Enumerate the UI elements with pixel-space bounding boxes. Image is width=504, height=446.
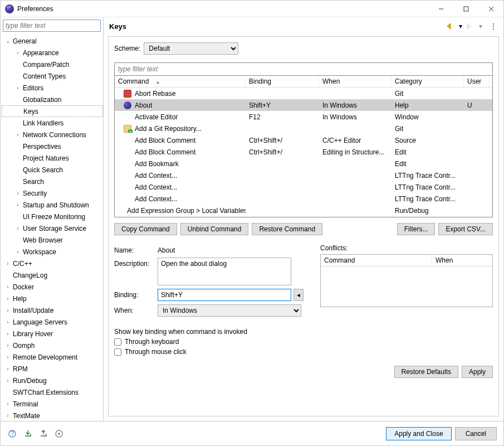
expand-icon[interactable]: › [4, 331, 12, 337]
conflicts-col-command[interactable]: Command [321, 255, 432, 266]
maximize-button[interactable] [453, 1, 478, 17]
keys-row[interactable]: Add Context...LTTng Trace Contr... [115, 193, 492, 205]
tree-item-language-servers[interactable]: ›Language Servers [2, 316, 103, 328]
tree-item-changelog[interactable]: ChangeLog [2, 269, 103, 281]
tree-item-library-hover[interactable]: ›Library Hover [2, 328, 103, 340]
expand-icon[interactable]: › [14, 249, 22, 255]
conflicts-col-when[interactable]: When [432, 255, 492, 266]
keys-row[interactable]: Add Block CommentCtrl+Shift+/C/C++ Edito… [115, 134, 492, 146]
tree-item-textmate[interactable]: ›TextMate [2, 410, 103, 421]
tree-item-general[interactable]: ⌄General [2, 35, 103, 47]
tree-item-content-types[interactable]: Content Types [2, 70, 103, 82]
keys-row[interactable]: Add a Git Repository...Git [115, 123, 492, 134]
keys-row[interactable]: Add BookmarkEdit [115, 158, 492, 169]
sidebar-filter-input[interactable] [3, 20, 101, 32]
apply-and-close-button[interactable]: Apply and Close [386, 427, 451, 440]
cancel-button[interactable]: Cancel [455, 427, 497, 440]
keys-row[interactable]: Add Expression Group > Local VariablesRu… [115, 205, 492, 216]
tree-item-perspectives[interactable]: Perspectives [2, 140, 103, 152]
export-csv-button[interactable]: Export CSV... [438, 223, 493, 235]
keys-filter-input[interactable] [114, 62, 493, 76]
expand-icon[interactable]: › [4, 295, 12, 302]
forward-dropdown[interactable]: ▾ [478, 21, 483, 31]
tree-item-label: Appearance [23, 49, 59, 57]
view-menu-icon[interactable]: ⋮ [489, 21, 498, 31]
keys-row[interactable]: AboutShift+YIn WindowsHelpU [115, 99, 492, 111]
tree-item-remote-development[interactable]: ›Remote Development [2, 351, 103, 363]
binding-revert-button[interactable]: ◂ [293, 289, 304, 301]
back-button[interactable] [446, 22, 456, 31]
tree-item-web-browser[interactable]: Web Browser [2, 234, 103, 246]
tree-item-run-debug[interactable]: ›Run/Debug [2, 375, 103, 386]
description-textarea[interactable]: Open the about dialog [158, 258, 291, 285]
filters-button[interactable]: Filters... [397, 223, 436, 235]
preferences-tree[interactable]: ⌄General›AppearanceCompare/PatchContent … [1, 34, 103, 421]
tree-item-project-natures[interactable]: Project Natures [2, 152, 103, 164]
when-select[interactable]: In Windows [158, 304, 301, 317]
tree-item-appearance[interactable]: ›Appearance [2, 47, 103, 59]
keys-row[interactable]: Activate EditorF12In WindowsWindow [115, 111, 492, 123]
expand-icon[interactable]: › [14, 190, 22, 196]
tree-item-startup-and-shutdown[interactable]: ›Startup and Shutdown [2, 199, 103, 211]
restore-command-button[interactable]: Restore Command [252, 223, 322, 235]
tree-item-quick-search[interactable]: Quick Search [2, 164, 103, 176]
keys-row[interactable]: Add Context...LTTng Trace Contr... [115, 169, 492, 181]
tree-item-network-connections[interactable]: ›Network Connections [2, 129, 103, 140]
expand-icon[interactable]: › [4, 366, 12, 372]
restore-defaults-button[interactable]: Restore Defaults [394, 366, 458, 378]
expand-icon[interactable]: › [4, 284, 12, 290]
tree-item-compare-patch[interactable]: Compare/Patch [2, 59, 103, 70]
tree-item-terminal[interactable]: ›Terminal [2, 398, 103, 410]
apply-button[interactable]: Apply [462, 366, 493, 378]
expand-icon[interactable]: › [14, 85, 22, 91]
export-icon[interactable] [38, 429, 48, 439]
expand-icon[interactable]: › [4, 413, 12, 419]
unbind-command-button[interactable]: Unbind Command [180, 223, 249, 235]
expand-icon[interactable]: › [14, 202, 22, 208]
collapse-icon[interactable]: ⌄ [4, 38, 12, 44]
minimize-button[interactable] [428, 1, 453, 17]
help-icon[interactable]: ? [7, 429, 17, 439]
close-button[interactable] [478, 1, 503, 17]
tree-item-editors[interactable]: ›Editors [2, 82, 103, 94]
tree-item-globalization[interactable]: Globalization [2, 94, 103, 105]
tree-item-rpm[interactable]: ›RPM [2, 363, 103, 375]
import-icon[interactable] [23, 429, 33, 439]
expand-icon[interactable]: › [14, 50, 22, 56]
expand-icon[interactable]: › [4, 354, 12, 360]
tree-item-search[interactable]: Search [2, 176, 103, 187]
expand-icon[interactable]: › [4, 260, 12, 266]
expand-icon[interactable]: › [4, 342, 12, 348]
expand-icon[interactable]: › [4, 319, 12, 325]
tree-item-workspace[interactable]: ›Workspace [2, 246, 103, 258]
through-mouse-checkbox[interactable] [114, 348, 121, 356]
forward-button[interactable] [466, 22, 476, 31]
tree-item-c-c-[interactable]: ›C/C++ [2, 258, 103, 269]
tree-item-install-update[interactable]: ›Install/Update [2, 304, 103, 316]
keys-row[interactable]: Add Block CommentCtrl+Shift+/Editing in … [115, 146, 492, 158]
keys-row[interactable]: Add Expression Group > RegistersRun/Debu… [115, 216, 492, 217]
keys-row[interactable]: Add Context...LTTng Trace Contr... [115, 181, 492, 193]
tree-item-oomph[interactable]: ›Oomph [2, 340, 103, 351]
tree-item-security[interactable]: ›Security [2, 187, 103, 199]
tree-item-keys[interactable]: Keys [2, 105, 103, 117]
expand-icon[interactable]: › [14, 132, 22, 138]
expand-icon[interactable]: › [4, 307, 12, 313]
keys-row[interactable]: Abort RebaseGit [115, 88, 492, 99]
expand-icon[interactable]: › [14, 225, 22, 231]
copy-command-button[interactable]: Copy Command [114, 223, 177, 235]
tree-item-link-handlers[interactable]: Link Handlers [2, 117, 103, 129]
scheme-select[interactable]: Default [144, 42, 238, 55]
tree-item-ui-freeze-monitoring[interactable]: UI Freeze Monitoring [2, 211, 103, 222]
keys-table-header[interactable]: Command▴ Binding When Category User [115, 76, 492, 88]
tree-item-docker[interactable]: ›Docker [2, 281, 103, 293]
expand-icon[interactable]: › [4, 377, 12, 384]
binding-input[interactable] [158, 289, 291, 301]
tree-item-user-storage-service[interactable]: ›User Storage Service [2, 222, 103, 234]
tree-item-help[interactable]: ›Help [2, 293, 103, 304]
oomph-icon[interactable] [54, 429, 64, 439]
tree-item-swtchart-extensions[interactable]: SWTChart Extensions [2, 386, 103, 398]
expand-icon[interactable]: › [4, 401, 12, 407]
back-dropdown[interactable]: ▾ [458, 21, 463, 31]
through-keyboard-checkbox[interactable] [114, 338, 121, 346]
